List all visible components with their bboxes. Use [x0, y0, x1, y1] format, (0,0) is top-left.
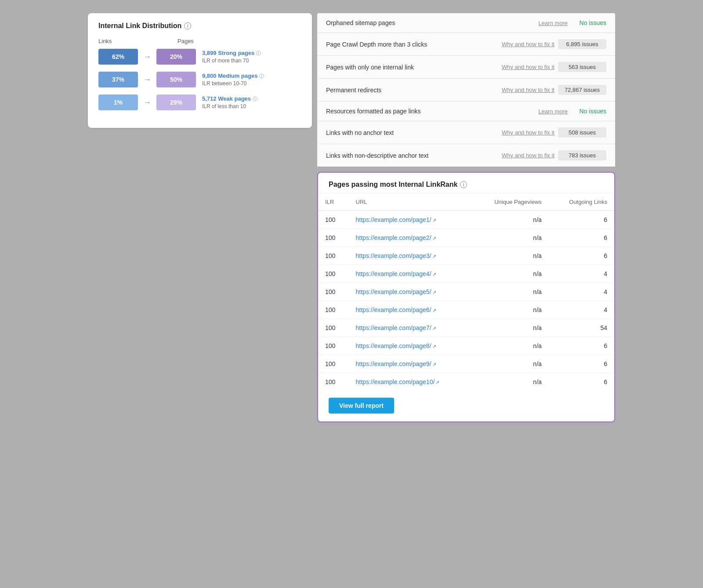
- issue-fix-link[interactable]: Why and how to fix it: [484, 129, 554, 136]
- pages-passing-title: Pages passing most Internal LinkRank: [329, 181, 457, 189]
- dist-label: 3,899 Strong pages ⓘ ILR of more than 70: [202, 50, 261, 64]
- url-link[interactable]: https://example.com/page5/↗: [356, 288, 436, 295]
- url-link[interactable]: https://example.com/page2/↗: [356, 234, 436, 241]
- col-url: URL: [349, 193, 472, 211]
- dist-label-title[interactable]: 5,712 Weak pages ⓘ: [202, 95, 257, 102]
- table-row: 100 https://example.com/page3/↗ n/a 6: [318, 247, 614, 265]
- url-link[interactable]: https://example.com/page6/↗: [356, 306, 436, 313]
- distribution-card: Internal Link Distribution i Links Pages…: [88, 13, 312, 128]
- issue-badge-green: No issues: [571, 108, 606, 115]
- cell-ilr: 100: [318, 355, 349, 373]
- page-bar: 50%: [156, 72, 196, 87]
- left-panel: Internal Link Distribution i Links Pages…: [88, 13, 312, 422]
- external-link-icon: ↗: [435, 380, 439, 385]
- external-link-icon: ↗: [432, 308, 436, 313]
- cell-ilr: 100: [318, 265, 349, 283]
- cell-url: https://example.com/page9/↗: [349, 355, 472, 373]
- url-link[interactable]: https://example.com/page4/↗: [356, 270, 436, 277]
- cell-outgoing-links: 6: [549, 211, 614, 229]
- issue-badge-green: No issues: [571, 19, 606, 26]
- cell-ilr: 100: [318, 373, 349, 391]
- dist-label: 5,712 Weak pages ⓘ ILR of less than 10: [202, 95, 257, 109]
- issue-row: Page Crawl Depth more than 3 clicks Why …: [317, 33, 615, 56]
- cell-url: https://example.com/page4/↗: [349, 265, 472, 283]
- external-link-icon: ↗: [432, 326, 436, 331]
- dist-header-links: Links: [98, 38, 151, 44]
- table-row: 100 https://example.com/page8/↗ n/a 6: [318, 337, 614, 355]
- main-container: Internal Link Distribution i Links Pages…: [88, 9, 615, 422]
- cell-unique-pageviews: n/a: [471, 229, 548, 247]
- dist-headers: Links Pages: [98, 38, 301, 44]
- pages-table-body: 100 https://example.com/page1/↗ n/a 6 10…: [318, 211, 614, 391]
- issue-row: Resources formatted as page links Learn …: [317, 102, 615, 121]
- external-link-icon: ↗: [432, 290, 436, 295]
- cell-outgoing-links: 6: [549, 229, 614, 247]
- cell-ilr: 100: [318, 229, 349, 247]
- issue-name: Page Crawl Depth more than 3 clicks: [326, 41, 481, 48]
- table-row: 100 https://example.com/page7/↗ n/a 54: [318, 319, 614, 337]
- issue-fix-link[interactable]: Why and how to fix it: [484, 87, 554, 93]
- external-link-icon: ↗: [432, 272, 436, 277]
- dist-label-title[interactable]: 3,899 Strong pages ⓘ: [202, 50, 261, 57]
- cell-outgoing-links: 6: [549, 337, 614, 355]
- distribution-info-icon[interactable]: i: [184, 22, 191, 29]
- issue-fix-link[interactable]: Learn more: [497, 20, 568, 26]
- table-header-row: ILR URL Unique Pageviews Outgoing Links: [318, 193, 614, 211]
- dist-label-sub: ILR of less than 10: [202, 103, 257, 109]
- issue-fix-link[interactable]: Why and how to fix it: [484, 64, 554, 70]
- dist-row: 62% → 20% 3,899 Strong pages ⓘ ILR of mo…: [98, 49, 301, 65]
- pages-passing-header: Pages passing most Internal LinkRank i: [318, 173, 614, 193]
- dist-label: 9,800 Medium pages ⓘ ILR between 10-70: [202, 73, 264, 87]
- col-unique-pageviews: Unique Pageviews: [471, 193, 548, 211]
- cell-ilr: 100: [318, 211, 349, 229]
- cell-ilr: 100: [318, 319, 349, 337]
- distribution-title: Internal Link Distribution i: [98, 22, 301, 30]
- issue-badge: 72,867 issues: [558, 85, 606, 95]
- issue-name: Resources formatted as page links: [326, 108, 494, 115]
- issues-rows-container: Orphaned sitemap pages Learn more No iss…: [317, 13, 615, 167]
- issue-row: Permanent redirects Why and how to fix i…: [317, 79, 615, 102]
- pages-passing-card: Pages passing most Internal LinkRank i I…: [317, 172, 615, 422]
- issue-fix-link[interactable]: Why and how to fix it: [484, 152, 554, 159]
- external-link-icon: ↗: [432, 362, 436, 367]
- issue-name: Links with no anchor text: [326, 129, 481, 136]
- table-row: 100 https://example.com/page6/↗ n/a 4: [318, 301, 614, 319]
- external-link-icon: ↗: [432, 344, 436, 349]
- link-bar: 37%: [98, 72, 138, 87]
- cell-url: https://example.com/page7/↗: [349, 319, 472, 337]
- table-row: 100 https://example.com/page4/↗ n/a 4: [318, 265, 614, 283]
- issue-fix-link[interactable]: Why and how to fix it: [484, 41, 554, 47]
- dist-row: 1% → 29% 5,712 Weak pages ⓘ ILR of less …: [98, 94, 301, 110]
- url-link[interactable]: https://example.com/page3/↗: [356, 252, 436, 259]
- cell-url: https://example.com/page8/↗: [349, 337, 472, 355]
- cell-url: https://example.com/page3/↗: [349, 247, 472, 265]
- link-bar: 1%: [98, 94, 138, 110]
- cell-unique-pageviews: n/a: [471, 373, 548, 391]
- url-link[interactable]: https://example.com/page9/↗: [356, 360, 436, 367]
- cell-unique-pageviews: n/a: [471, 283, 548, 301]
- dist-label-title[interactable]: 9,800 Medium pages ⓘ: [202, 73, 264, 80]
- cell-url: https://example.com/page10/↗: [349, 373, 472, 391]
- table-row: 100 https://example.com/page10/↗ n/a 6: [318, 373, 614, 391]
- issue-row: Links with non-descriptive anchor text W…: [317, 144, 615, 167]
- dist-rows-container: 62% → 20% 3,899 Strong pages ⓘ ILR of mo…: [98, 49, 301, 110]
- cell-ilr: 100: [318, 301, 349, 319]
- issue-badge: 6,895 issues: [558, 39, 606, 49]
- right-panel: Orphaned sitemap pages Learn more No iss…: [317, 13, 615, 422]
- url-link[interactable]: https://example.com/page8/↗: [356, 342, 436, 349]
- url-link[interactable]: https://example.com/page1/↗: [356, 216, 436, 223]
- issue-fix-link[interactable]: Learn more: [497, 108, 568, 115]
- url-link[interactable]: https://example.com/page7/↗: [356, 324, 436, 331]
- issue-badge: 783 issues: [558, 150, 606, 160]
- cell-unique-pageviews: n/a: [471, 265, 548, 283]
- distribution-title-text: Internal Link Distribution: [98, 22, 181, 30]
- cell-outgoing-links: 4: [549, 301, 614, 319]
- view-full-report-button[interactable]: View full report: [329, 398, 394, 414]
- issue-row: Orphaned sitemap pages Learn more No iss…: [317, 13, 615, 33]
- pages-passing-info-icon[interactable]: i: [460, 181, 467, 188]
- issues-table: Orphaned sitemap pages Learn more No iss…: [317, 13, 615, 167]
- url-link[interactable]: https://example.com/page10/↗: [356, 378, 440, 385]
- col-ilr: ILR: [318, 193, 349, 211]
- cell-unique-pageviews: n/a: [471, 337, 548, 355]
- cell-url: https://example.com/page6/↗: [349, 301, 472, 319]
